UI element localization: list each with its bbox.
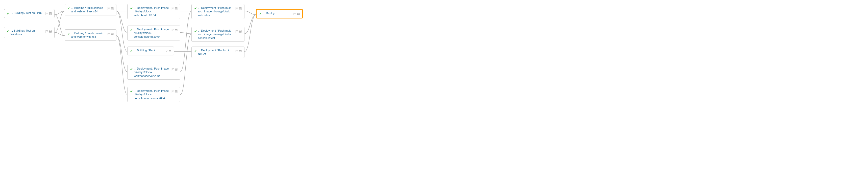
node-label: ... Deployment / Push image nikolayp/clo… (134, 28, 170, 38)
node-label: ... Deploy (263, 11, 292, 15)
check-icon: ✔ (130, 49, 133, 53)
node-label: ... Building / Test on Linux (10, 11, 44, 15)
node-actions[interactable]: | ▽ ▤ (45, 11, 52, 16)
chevron-icon[interactable]: ▽ (236, 30, 238, 33)
chevron-icon[interactable]: ▽ (46, 12, 48, 15)
node-actions[interactable]: | ▽ ▤ (293, 11, 300, 16)
node-label: ... Deployment / Push image nikolayp/clo… (134, 89, 170, 100)
pipeline-node-push-multi-console[interactable]: ✔ ... Deployment / Push multi-arch image… (191, 27, 245, 42)
node-actions[interactable]: | ▽ ▤ (107, 6, 114, 10)
node-actions[interactable]: | ▽ ▤ (171, 6, 178, 10)
node-actions[interactable]: | ▽ ▤ (45, 29, 52, 33)
chevron-icon[interactable]: ▽ (46, 30, 48, 33)
check-icon: ✔ (194, 29, 197, 34)
separator: | (171, 89, 172, 93)
node-actions[interactable]: | ▽ ▤ (171, 67, 178, 71)
separator: | (45, 29, 46, 33)
chevron-icon[interactable]: ▽ (236, 7, 238, 10)
node-actions[interactable]: | ▽ ▤ (235, 49, 242, 53)
check-icon: ✔ (130, 28, 133, 32)
check-icon: ✔ (130, 89, 133, 94)
chevron-icon[interactable]: ▽ (172, 28, 174, 31)
check-icon: ✔ (7, 29, 9, 34)
check-icon: ✔ (130, 67, 133, 72)
log-icon[interactable]: ▤ (175, 89, 178, 93)
separator: | (235, 6, 236, 10)
pipeline-node-push-multi-web[interactable]: ✔ ... Deployment / Push multi-arch image… (191, 4, 245, 19)
pipeline-node-push-web-ubuntu[interactable]: ✔ ... Deployment / Push image nikolayp/c… (127, 4, 180, 19)
check-icon: ✔ (259, 11, 262, 16)
pipeline-node-push-console-nano[interactable]: ✔ ... Deployment / Push image nikolayp/c… (127, 87, 180, 102)
log-icon[interactable]: ▤ (175, 67, 178, 71)
log-icon[interactable]: ▤ (111, 32, 114, 36)
separator: | (45, 11, 46, 16)
node-label: ... Deployment / Push multi-arch image n… (198, 29, 234, 40)
node-actions[interactable]: | ▽ ▤ (107, 32, 114, 36)
pipeline-node-publish-nuget[interactable]: ✔ ... Deployment / Publish to NuGet | ▽ … (191, 47, 245, 58)
check-icon: ✔ (67, 32, 70, 36)
node-label: ... Deployment / Push multi-arch image n… (198, 6, 234, 17)
node-label: ... Deployment / Push image nikolayp/clo… (134, 67, 170, 78)
log-icon[interactable]: ▤ (175, 28, 178, 32)
separator: | (293, 12, 294, 16)
node-actions[interactable]: | ▽ ▤ (171, 89, 178, 93)
chevron-icon[interactable]: ▽ (172, 67, 174, 71)
pipeline-node-build-win[interactable]: ✔ ... Building / Build console and web f… (65, 29, 117, 41)
node-label: ... Building / Build console and web for… (71, 6, 106, 13)
separator: | (171, 28, 172, 32)
log-icon[interactable]: ▤ (239, 6, 242, 10)
separator: | (107, 32, 107, 36)
chevron-icon[interactable]: ▽ (236, 49, 238, 52)
log-icon[interactable]: ▤ (49, 29, 52, 33)
log-icon[interactable]: ▤ (297, 11, 300, 16)
node-label: ... Building / Build console and web for… (71, 31, 106, 39)
chevron-icon[interactable]: ▽ (172, 7, 174, 10)
log-icon[interactable]: ▤ (168, 49, 171, 53)
node-label: ... Deployment / Publish to NuGet (198, 49, 234, 56)
separator: | (235, 29, 236, 33)
separator: | (171, 67, 172, 71)
pipeline-graph: ✔ ... Building / Test on Linux | ▽ ▤ ✔ .… (4, 4, 277, 131)
check-icon: ✔ (194, 6, 197, 11)
node-actions[interactable]: | ▽ ▤ (164, 49, 171, 53)
chevron-icon[interactable]: ▽ (108, 32, 110, 35)
separator: | (164, 49, 165, 53)
node-label: ... Building / Test on Windows (10, 29, 44, 36)
check-icon: ✔ (7, 11, 9, 16)
pipeline-node-deploy[interactable]: ✔ ... Deploy | ▽ ▤ (256, 9, 303, 19)
separator: | (107, 6, 107, 10)
node-label: ... Building / Pack (134, 49, 163, 52)
log-icon[interactable]: ▤ (111, 6, 114, 10)
log-icon[interactable]: ▤ (49, 11, 52, 16)
pipeline-node-pack[interactable]: ✔ ... Building / Pack | ▽ ▤ (127, 47, 174, 55)
check-icon: ✔ (130, 6, 133, 11)
chevron-icon[interactable]: ▽ (166, 49, 167, 52)
node-actions[interactable]: | ▽ ▤ (235, 6, 242, 10)
chevron-icon[interactable]: ▽ (294, 12, 296, 15)
node-actions[interactable]: | ▽ ▤ (235, 29, 242, 33)
pipeline-node-push-console-ubuntu[interactable]: ✔ ... Deployment / Push image nikolayp/c… (127, 26, 180, 40)
pipeline-node-build-linux[interactable]: ✔ ... Building / Build console and web f… (65, 4, 117, 16)
separator: | (235, 49, 236, 53)
pipeline-node-test-windows[interactable]: ✔ ... Building / Test on Windows | ▽ ▤ (4, 27, 55, 38)
separator: | (171, 6, 172, 10)
log-icon[interactable]: ▤ (239, 49, 242, 53)
chevron-icon[interactable]: ▽ (108, 7, 110, 10)
log-icon[interactable]: ▤ (239, 29, 242, 33)
log-icon[interactable]: ▤ (175, 6, 178, 10)
check-icon: ✔ (67, 6, 70, 11)
pipeline-node-test-linux[interactable]: ✔ ... Building / Test on Linux | ▽ ▤ (4, 9, 55, 18)
node-label: ... Deployment / Push image nikolayp/clo… (134, 6, 170, 17)
pipeline-node-push-web-nano[interactable]: ✔ ... Deployment / Push image nikolayp/c… (127, 65, 180, 80)
node-actions[interactable]: | ▽ ▤ (171, 28, 178, 32)
chevron-icon[interactable]: ▽ (172, 90, 174, 93)
check-icon: ✔ (194, 49, 197, 53)
